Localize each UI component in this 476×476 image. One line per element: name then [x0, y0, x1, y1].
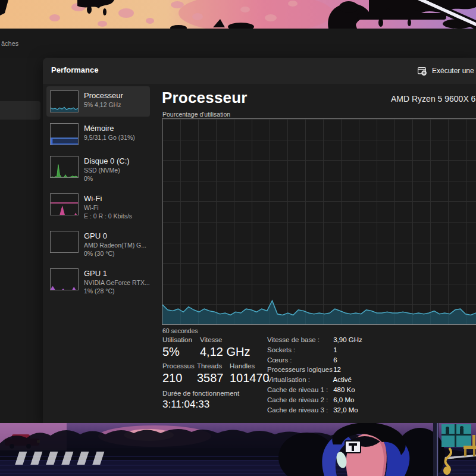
sidebar-disk-type: SSD (NVMe)	[84, 166, 130, 174]
detail-label: Vitesse de base :	[267, 336, 331, 343]
gpu1-thumbnail	[50, 268, 79, 290]
processus-label: Processus	[162, 362, 195, 369]
sidebar-cpu-stats: 5% 4,12 GHz	[84, 101, 123, 109]
sidebar-item-memory[interactable]: Mémoire 9,5/31,1 Go (31%)	[46, 119, 150, 149]
detail-value: 6,0 Mo	[333, 396, 354, 403]
uptime-label: Durée de fonctionnement	[162, 390, 239, 397]
desktop-dark-strip	[0, 29, 476, 58]
detail-label: Cœurs :	[267, 356, 331, 364]
memory-sparkline	[51, 124, 78, 145]
gpu0-thumbnail	[50, 231, 79, 253]
chart-caption: Pourcentage d'utilisation	[162, 111, 230, 118]
sidebar-gpu0-title: GPU 0	[84, 231, 146, 241]
detail-label: Cache de niveau 2 :	[267, 396, 331, 403]
threads-value: 3587	[197, 371, 224, 385]
sidebar-wifi-title: Wi-Fi	[84, 194, 132, 203]
sidebar-cpu-title: Processeur	[84, 91, 123, 101]
detail-label: Cache de niveau 3 :	[267, 406, 331, 414]
disk-sparkline	[51, 156, 78, 177]
handles-value: 101470	[230, 371, 270, 385]
detail-row-logical-processors: Processeurs logiques : 12	[267, 366, 341, 373]
background-window-fragment	[0, 101, 40, 120]
detail-value: 32,0 Mo	[333, 406, 358, 414]
threads-label: Threads	[197, 362, 222, 369]
processus-value: 210	[162, 371, 182, 385]
detail-row-base-speed: Vitesse de base : 3,90 GHz	[267, 336, 362, 343]
detail-label: Processeurs logiques :	[267, 366, 331, 373]
detail-value: 1	[333, 346, 337, 353]
vitesse-label: Vitesse	[200, 336, 223, 343]
sidebar-item-disk0[interactable]: Disque 0 (C:) SSD (NVMe) 0%	[46, 152, 150, 187]
sidebar-item-cpu[interactable]: Processeur 5% 4,12 GHz	[46, 86, 150, 117]
handles-label: Handles	[230, 362, 255, 369]
cpu-usage-chart	[162, 118, 476, 325]
wifi-sparkline	[51, 194, 78, 215]
cpu-usage-series	[162, 119, 476, 324]
detail-value: 6	[333, 356, 337, 364]
vitesse-value: 4,12 GHz	[200, 345, 250, 359]
sidebar-wifi-throughput: E : 0 R : 0 Kbits/s	[84, 212, 132, 220]
cpu-stats-block: Utilisation Vitesse 5% 4,12 GHz Processu…	[162, 336, 476, 419]
detail-row-l3-cache: Cache de niveau 3 : 32,0 Mo	[267, 406, 358, 414]
cpu-detail-panel: Processeur AMD Ryzen 5 9600X 6-C Pourcen…	[162, 84, 476, 423]
detail-value: 480 Ko	[333, 386, 355, 393]
sidebar-disk-title: Disque 0 (C:)	[84, 156, 130, 166]
run-new-task-label: Exécuter une nou	[432, 67, 476, 75]
sidebar-memory-title: Mémoire	[84, 124, 135, 133]
run-new-task-icon	[417, 66, 427, 76]
background-window-title-fragment: âches	[1, 40, 18, 47]
detail-value: 12	[333, 366, 341, 373]
task-manager-window: Performance Exécuter une nou	[43, 58, 476, 423]
sidebar-disk-usage: 0%	[84, 174, 130, 183]
wifi-thumbnail	[50, 193, 79, 215]
sidebar-memory-stats: 9,5/31,1 Go (31%)	[84, 133, 135, 142]
performance-header-bar: Performance Exécuter une nou	[43, 58, 476, 84]
sidebar-gpu1-name: NVIDIA GeForce RTX...	[84, 278, 146, 287]
sidebar-item-gpu0[interactable]: GPU 0 AMD Radeon(TM) G... 0% (30 °C)	[46, 227, 150, 262]
sidebar-gpu0-usage: 0% (30 °C)	[84, 249, 146, 258]
utilisation-value: 5%	[162, 345, 180, 359]
sidebar-wifi-name: Wi-Fi	[84, 203, 132, 212]
detail-label: Cache de niveau 1 :	[267, 386, 331, 393]
cpu-page-title: Processeur	[162, 89, 248, 107]
uptime-value: 3:11:04:33	[162, 399, 209, 411]
desktop: âches Performance Exécuter une nou	[0, 0, 476, 476]
chart-time-axis-label: 60 secondes	[162, 327, 198, 334]
sidebar-item-gpu1[interactable]: GPU 1 NVIDIA GeForce RTX... 1% (28 °C)	[46, 264, 150, 299]
sidebar-gpu0-name: AMD Radeon(TM) G...	[84, 241, 146, 249]
disk-thumbnail	[50, 156, 79, 178]
detail-row-sockets: Sockets : 1	[267, 346, 337, 353]
detail-row-cores: Cœurs : 6	[267, 356, 337, 364]
performance-sidebar: Processeur 5% 4,12 GHz Mém	[46, 86, 150, 302]
detail-row-l1-cache: Cache de niveau 1 : 480 Ko	[267, 386, 355, 393]
gpu1-sparkline	[51, 269, 78, 290]
utilisation-label: Utilisation	[162, 336, 192, 343]
wallpaper-top-artwork	[0, 0, 476, 29]
cpu-device-name: AMD Ryzen 5 9600X 6-C	[391, 94, 476, 104]
cpu-thumbnail	[50, 90, 79, 112]
sidebar-gpu1-title: GPU 1	[84, 269, 146, 278]
performance-body: Processeur 5% 4,12 GHz Mém	[43, 84, 476, 423]
detail-value: Activé	[333, 376, 352, 383]
gpu0-sparkline	[51, 231, 78, 252]
sidebar-item-wifi[interactable]: Wi-Fi Wi-Fi E : 0 R : 0 Kbits/s	[46, 189, 150, 224]
detail-row-virtualization: Virtualisation : Activé	[267, 376, 352, 383]
memory-thumbnail	[50, 123, 79, 145]
detail-label: Virtualisation :	[267, 376, 331, 383]
detail-label: Sockets :	[267, 346, 331, 353]
detail-value: 3,90 GHz	[333, 336, 362, 343]
wallpaper-bottom-artwork	[0, 423, 476, 476]
detail-row-l2-cache: Cache de niveau 2 : 6,0 Mo	[267, 396, 354, 403]
page-header-title: Performance	[51, 65, 98, 74]
sidebar-gpu1-usage: 1% (28 °C)	[84, 287, 146, 295]
cpu-sparkline	[51, 91, 78, 112]
run-new-task-button[interactable]: Exécuter une nou	[414, 64, 476, 78]
